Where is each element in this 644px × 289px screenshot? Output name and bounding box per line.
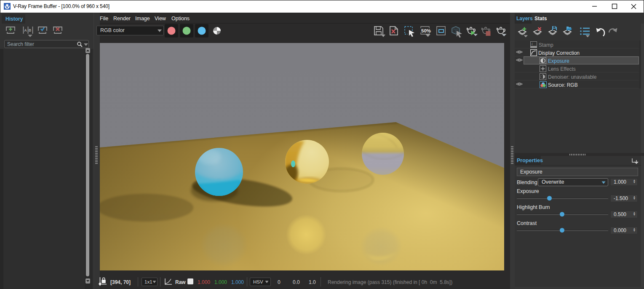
svg-text:50%: 50% (421, 28, 431, 33)
svg-text:A: A (24, 28, 27, 32)
svg-text:i: i (532, 42, 533, 46)
svg-text:B: B (29, 28, 31, 32)
